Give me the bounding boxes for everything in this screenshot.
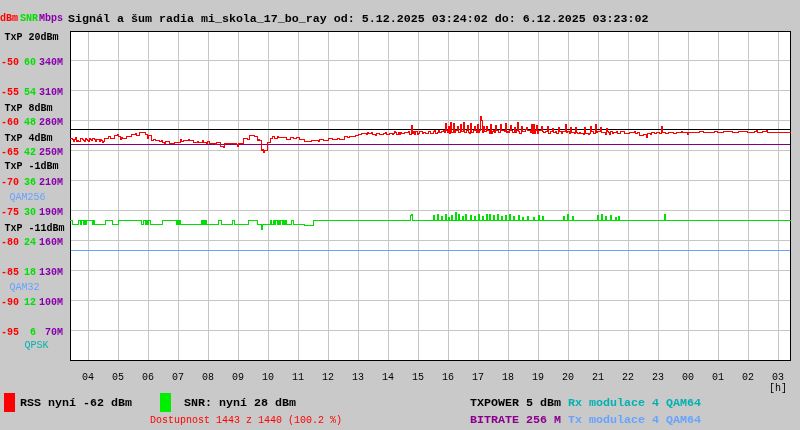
rx-modulation-label: Rx modulace 4 QAM64 bbox=[568, 398, 701, 410]
y-tick-mbps: 250M bbox=[39, 148, 63, 158]
x-tick-hour: 05 bbox=[112, 373, 124, 383]
x-tick-hour: 14 bbox=[382, 373, 394, 383]
x-tick-hour: 17 bbox=[472, 373, 484, 383]
y-tick-snr: 24 bbox=[24, 238, 36, 248]
x-tick-hour: 13 bbox=[352, 373, 364, 383]
y-tick-mbps: 310M bbox=[39, 88, 63, 98]
y-axis-header-snr: SNR bbox=[20, 14, 38, 24]
y-tick-dbm: -85 bbox=[1, 268, 19, 278]
y-tick-txp: TxP 20dBm bbox=[5, 33, 59, 43]
bitrate-legend-label: BITRATE 256 M bbox=[470, 415, 561, 427]
y-axis-header-mbps: Mbps bbox=[39, 14, 63, 24]
y-tick-snr: 48 bbox=[24, 118, 36, 128]
modulation-band-label: QPSK bbox=[25, 341, 49, 351]
y-tick-txp: TxP 8dBm bbox=[5, 104, 53, 114]
y-tick-mbps: 190M bbox=[39, 208, 63, 218]
y-tick-mbps: 100M bbox=[39, 298, 63, 308]
y-tick-snr: 54 bbox=[24, 88, 36, 98]
y-tick-snr: 12 bbox=[24, 298, 36, 308]
rss-legend-label: RSS nyní -62 dBm bbox=[20, 398, 132, 410]
x-tick-hour: 18 bbox=[502, 373, 514, 383]
x-tick-hour: 02 bbox=[742, 373, 754, 383]
y-tick-dbm: -80 bbox=[1, 238, 19, 248]
y-tick-snr: 42 bbox=[24, 148, 36, 158]
y-tick-mbps: 340M bbox=[39, 58, 63, 68]
x-tick-hour: 10 bbox=[262, 373, 274, 383]
y-tick-dbm: -95 bbox=[1, 328, 19, 338]
y-tick-dbm: -60 bbox=[1, 118, 19, 128]
y-tick-txp: TxP -11dBm bbox=[5, 224, 65, 234]
y-tick-mbps: 280M bbox=[39, 118, 63, 128]
x-tick-hour: 06 bbox=[142, 373, 154, 383]
y-tick-dbm: -90 bbox=[1, 298, 19, 308]
y-tick-snr: 60 bbox=[24, 58, 36, 68]
y-tick-snr: 6 bbox=[30, 328, 36, 338]
tx-modulation-label: Tx modulace 4 QAM64 bbox=[568, 415, 701, 427]
y-tick-dbm: -55 bbox=[1, 88, 19, 98]
x-axis-unit-label: [h] bbox=[769, 384, 787, 394]
radio-signal-noise-graph: dBm SNR Mbps Signál a šum radia mi_skola… bbox=[0, 0, 800, 430]
x-tick-hour: 15 bbox=[412, 373, 424, 383]
y-tick-dbm: -70 bbox=[1, 178, 19, 188]
y-axis-header-dbm: dBm bbox=[0, 14, 18, 24]
x-tick-hour: 23 bbox=[652, 373, 664, 383]
x-tick-hour: 22 bbox=[622, 373, 634, 383]
x-tick-hour: 20 bbox=[562, 373, 574, 383]
snr-legend-label: SNR: nyní 28 dBm bbox=[184, 398, 296, 410]
x-tick-hour: 21 bbox=[592, 373, 604, 383]
y-tick-dbm: -50 bbox=[1, 58, 19, 68]
x-tick-hour: 01 bbox=[712, 373, 724, 383]
y-tick-txp: TxP -1dBm bbox=[5, 162, 59, 172]
x-tick-hour: 09 bbox=[232, 373, 244, 383]
x-tick-hour: 00 bbox=[682, 373, 694, 383]
y-tick-mbps: 130M bbox=[39, 268, 63, 278]
y-tick-dbm: -65 bbox=[1, 148, 19, 158]
x-tick-hour: 07 bbox=[172, 373, 184, 383]
snr-legend-swatch bbox=[160, 393, 171, 412]
rss-legend-swatch bbox=[4, 393, 15, 412]
y-tick-snr: 18 bbox=[24, 268, 36, 278]
availability-label: Dostupnost 1443 z 1440 (100.2 %) bbox=[150, 416, 342, 426]
y-tick-dbm: -75 bbox=[1, 208, 19, 218]
x-tick-hour: 11 bbox=[292, 373, 304, 383]
x-tick-hour: 16 bbox=[442, 373, 454, 383]
y-tick-snr: 30 bbox=[24, 208, 36, 218]
y-tick-mbps: 160M bbox=[39, 238, 63, 248]
y-tick-mbps: 210M bbox=[39, 178, 63, 188]
x-tick-hour: 12 bbox=[322, 373, 334, 383]
x-tick-hour: 08 bbox=[202, 373, 214, 383]
txpower-legend-label: TXPOWER 5 dBm bbox=[470, 398, 561, 410]
chart-plot-area bbox=[0, 0, 800, 430]
x-tick-hour: 19 bbox=[532, 373, 544, 383]
modulation-band-label: QAM32 bbox=[10, 283, 40, 293]
y-tick-txp: TxP 4dBm bbox=[5, 134, 53, 144]
x-tick-hour: 03 bbox=[772, 373, 784, 383]
x-tick-hour: 04 bbox=[82, 373, 94, 383]
modulation-band-label: QAM256 bbox=[10, 193, 46, 203]
y-tick-snr: 36 bbox=[24, 178, 36, 188]
chart-title: Signál a šum radia mi_skola_17_bo_ray od… bbox=[68, 14, 649, 26]
y-tick-mbps: 70M bbox=[45, 328, 63, 338]
